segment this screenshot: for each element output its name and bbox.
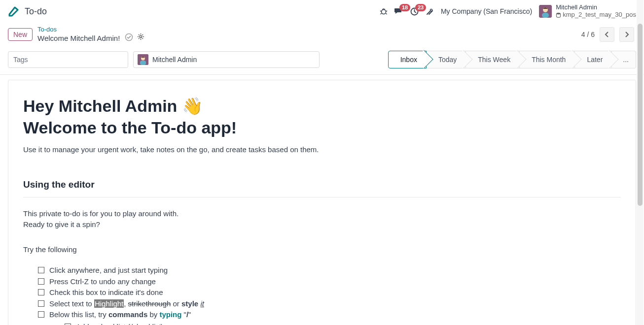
checkbox[interactable] (38, 278, 44, 285)
checklist-nested: Add a checklist (/checklist) Add a separ… (23, 322, 621, 325)
svg-line-21 (143, 38, 143, 39)
svg-line-3 (386, 11, 387, 11)
svg-line-2 (380, 11, 381, 11)
assignee-avatar (138, 54, 148, 65)
pager-text[interactable]: 4 / 6 (581, 31, 595, 38)
pager: 4 / 6 (581, 27, 634, 42)
tags-input[interactable]: Tags (8, 51, 128, 68)
stage-inbox[interactable]: Inbox (388, 51, 427, 68)
checkbox[interactable] (38, 289, 44, 295)
check-item: Check this box to indicate it's done (38, 287, 621, 298)
new-button[interactable]: New (8, 28, 33, 41)
user-menu[interactable]: Mitchell Admin kmp_2_test_may_30_pos (539, 4, 636, 19)
svg-line-4 (380, 13, 381, 14)
doc-p2: Ready to give it a spin? (23, 219, 621, 230)
svg-line-5 (386, 13, 387, 14)
svg-point-13 (557, 13, 561, 15)
activities-icon[interactable]: 23 (410, 7, 419, 16)
check-item: Select text to Highlight, strikethrough … (38, 298, 621, 310)
doc-heading: Hey Mitchell Admin 👋 Welcome to the To-d… (23, 95, 621, 138)
messages-badge: 18 (399, 4, 410, 11)
editor-content[interactable]: Hey Mitchell Admin 👋 Welcome to the To-d… (8, 80, 636, 325)
checkbox[interactable] (38, 300, 44, 307)
divider (23, 197, 621, 197)
mark-done-icon[interactable] (125, 33, 133, 43)
check-item: Click anywhere, and just start typing (38, 265, 621, 276)
top-nav: To-do 18 23 My Company (San Francisco) M… (0, 0, 644, 23)
svg-point-15 (140, 35, 142, 37)
checkbox[interactable] (38, 311, 44, 318)
messages-icon[interactable]: 18 (394, 7, 403, 15)
svg-point-9 (430, 9, 432, 11)
svg-line-7 (384, 9, 385, 10)
company-selector[interactable]: My Company (San Francisco) (441, 7, 532, 15)
scrollbar[interactable] (637, 0, 644, 325)
assignee-name: Mitchell Admin (152, 56, 197, 64)
svg-line-23 (143, 34, 143, 35)
checkbox[interactable] (38, 267, 44, 273)
gear-icon[interactable] (137, 33, 144, 43)
content-scroll[interactable]: Hey Mitchell Admin 👋 Welcome to the To-d… (0, 75, 644, 325)
doc-subtitle: Use it to manage your urgent work, take … (23, 144, 621, 156)
settings-tools-icon[interactable] (426, 7, 434, 16)
checklist: Click anywhere, and just start typing Pr… (23, 265, 621, 321)
activities-badge: 23 (415, 4, 426, 11)
breadcrumb-row: New To-dos Welcome Mitchell Admin! 4 / 6 (0, 23, 644, 48)
pager-prev-button[interactable] (600, 27, 614, 42)
doc-subheading: Using the editor (23, 179, 621, 190)
user-name: Mitchell Admin (556, 4, 636, 11)
stage-this-week[interactable]: This Week (466, 51, 520, 68)
pager-next-button[interactable] (619, 27, 634, 42)
scrollbar-thumb[interactable] (638, 24, 643, 206)
breadcrumb-title: Welcome Mitchell Admin! (37, 34, 120, 42)
assignee-field[interactable]: Mitchell Admin (133, 51, 320, 68)
svg-point-0 (381, 10, 386, 14)
app-title[interactable]: To-do (25, 6, 47, 17)
tags-placeholder: Tags (13, 56, 28, 64)
check-item: Below this list, try commands by typing … (38, 309, 621, 321)
stage-tabs: Inbox Today This Week This Month Later .… (388, 51, 636, 68)
svg-rect-12 (542, 13, 549, 18)
check-item: Add a checklist (/checklist) (65, 322, 621, 325)
svg-line-22 (139, 38, 140, 39)
check-item: Press Ctrl-Z to undo any change (38, 276, 621, 288)
database-icon (556, 12, 561, 18)
database-name: kmp_2_test_may_30_pos (563, 11, 636, 19)
doc-p1: This private to-do is for you to play ar… (23, 208, 621, 220)
app-icon[interactable] (8, 5, 20, 17)
svg-line-6 (382, 9, 383, 10)
user-avatar (539, 5, 552, 18)
breadcrumb-parent[interactable]: To-dos (37, 26, 144, 33)
doc-p3: Try the following (23, 244, 621, 256)
debug-icon[interactable] (380, 7, 388, 15)
control-row: Tags Mitchell Admin Inbox Today This Wee… (0, 48, 644, 75)
svg-rect-26 (140, 61, 146, 65)
stage-this-month[interactable]: This Month (520, 51, 575, 68)
svg-line-20 (139, 34, 140, 35)
